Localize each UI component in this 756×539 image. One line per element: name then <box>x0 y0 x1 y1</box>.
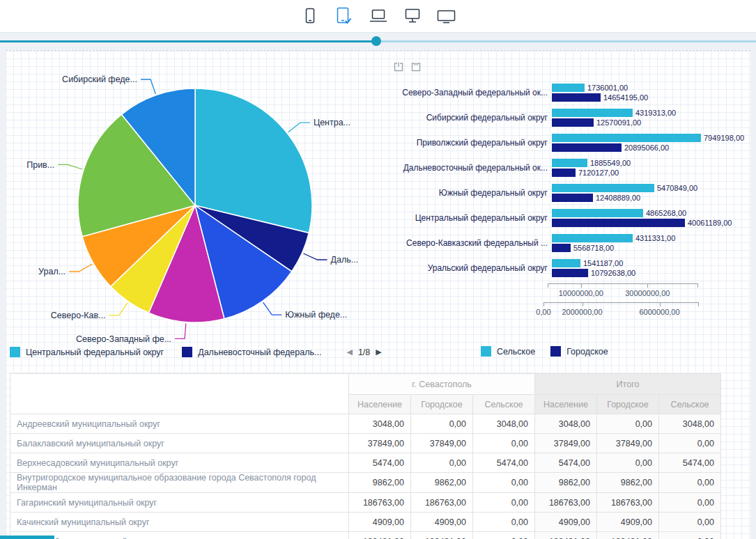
drill-up-icon[interactable] <box>393 62 404 75</box>
bar[interactable] <box>552 109 633 117</box>
table-row-name: Внутригородское муниципальное образовани… <box>10 473 349 493</box>
table-cell: 186763,00 <box>535 493 597 513</box>
bar[interactable] <box>552 134 701 142</box>
bar[interactable] <box>552 234 633 242</box>
table-row[interactable]: Качинский муниципальный округ4909,004909… <box>10 513 721 532</box>
device-width-slider[interactable] <box>0 36 756 47</box>
horizontal-scrollbar[interactable] <box>0 536 54 539</box>
bar[interactable] <box>552 169 576 177</box>
bar-row: Центральный федеральный округ4865268,004… <box>382 205 756 231</box>
bar-value-label: 5568718,00 <box>573 244 614 252</box>
pie-label: Северо-Кав... <box>51 311 106 320</box>
bar-row: Уральский федеральный округ1541187,00107… <box>382 256 756 281</box>
bar[interactable] <box>552 259 580 267</box>
table-row[interactable]: Андреевский муниципальный округ3048,000,… <box>10 414 721 434</box>
legend-item[interactable]: Сельское <box>481 346 535 357</box>
bar[interactable] <box>552 159 587 167</box>
table-cell: 5474,00 <box>535 453 597 473</box>
dashboard-canvas[interactable]: Центра...Даль...Южный феде...Северо-Запа… <box>6 50 750 539</box>
bar-value-label: 12408889,00 <box>596 194 640 202</box>
table-cell: 0,00 <box>659 532 721 539</box>
slider-knob[interactable] <box>371 36 381 46</box>
tv-icon[interactable] <box>434 5 459 27</box>
table-cell: 3048,00 <box>659 414 721 434</box>
table-column-header[interactable]: Население <box>535 395 597 414</box>
table-cell: 5474,00 <box>473 453 535 473</box>
table-column-header[interactable]: Городское <box>597 395 659 414</box>
bar-chart-widget[interactable]: Северо-Западный федеральный ок...1736001… <box>382 62 756 320</box>
table-cell: 0,00 <box>473 434 535 453</box>
desktop-icon[interactable] <box>400 5 425 27</box>
table-row[interactable]: Верхнесадовский муниципальный округ5474,… <box>10 453 721 473</box>
table-cell: 133431,00 <box>535 532 597 539</box>
bar[interactable] <box>552 84 585 92</box>
bar-row: Северо-Кавказский федеральный ...4311331… <box>382 231 756 256</box>
table-column-header[interactable]: Сельское <box>659 395 721 414</box>
pie-label-line <box>175 324 186 339</box>
table-cell: 133431,00 <box>597 532 659 539</box>
bar-value-label: 4311331,00 <box>635 234 675 242</box>
table-cell: 186763,00 <box>411 493 473 513</box>
bar[interactable] <box>552 194 593 202</box>
table-cell: 9862,00 <box>349 473 411 493</box>
bar-category-label: Южный федеральный округ <box>382 188 552 198</box>
table-column-header[interactable]: Сельское <box>473 395 535 414</box>
drill-back-icon[interactable] <box>410 62 422 75</box>
table-cell: 0,00 <box>597 414 659 434</box>
bar-category-label: Сибирский федеральный округ <box>382 113 552 123</box>
urban-x-axis: 10000000,0030000000,00 <box>548 283 697 301</box>
legend-label: Дальневосточный федераль... <box>198 347 321 357</box>
table-cell: 3048,00 <box>535 414 597 434</box>
legend-item[interactable]: Центральный федеральный округ <box>10 347 164 357</box>
pie-label: Прив... <box>26 160 54 170</box>
pie-label: Центра... <box>314 118 350 127</box>
bar-value-label: 1736001,00 <box>587 84 628 92</box>
table-cell: 0,00 <box>411 453 473 473</box>
legend-item[interactable]: Городское <box>550 346 608 357</box>
bar-category-label: Уральский федеральный округ <box>382 263 552 273</box>
pie-chart[interactable]: Центра...Даль...Южный феде...Северо-Запа… <box>6 59 385 343</box>
bar[interactable] <box>552 118 594 127</box>
table-cell: 186763,00 <box>597 493 659 513</box>
bar[interactable] <box>552 143 622 152</box>
table-cell: 9862,00 <box>535 473 597 493</box>
legend-label: Сельское <box>497 347 535 357</box>
table-cell: 37849,00 <box>597 434 659 453</box>
table-row[interactable]: Ленинский муниципальный округ133431,0013… <box>10 532 721 539</box>
bar[interactable] <box>552 244 571 252</box>
bar[interactable] <box>552 269 588 277</box>
legend-item[interactable]: Дальневосточный федераль... <box>182 347 321 357</box>
legend-page-indicator: 1/8 <box>358 347 370 357</box>
bar-value-label: 12570091,00 <box>596 118 641 127</box>
table-row[interactable]: Балаклавский муниципальный округ37849,00… <box>10 434 721 453</box>
table-cell: 4909,00 <box>597 513 659 532</box>
table-cell: 37849,00 <box>411 434 473 453</box>
axis-tick-label: 10000000,00 <box>559 289 603 297</box>
bar[interactable] <box>552 209 643 217</box>
bar-value-label: 20895066,00 <box>624 143 669 152</box>
table-row[interactable]: Внутригородское муниципальное образовани… <box>10 473 721 493</box>
phone-icon[interactable] <box>298 5 323 27</box>
bar[interactable] <box>552 184 654 192</box>
bar-category-label: Центральный федеральный округ <box>382 213 552 223</box>
table-cell: 4909,00 <box>349 513 411 532</box>
rural-x-axis: 0,002000000,006000000,00 <box>543 302 698 320</box>
legend-label: Городское <box>566 347 608 357</box>
laptop-icon[interactable] <box>366 5 391 27</box>
table-column-header[interactable]: Городское <box>411 395 473 414</box>
table-row[interactable]: Гагаринский муниципальный округ186763,00… <box>10 493 721 513</box>
table-row-name: Верхнесадовский муниципальный округ <box>10 453 349 473</box>
table-column-header[interactable]: Население <box>349 395 411 414</box>
bar-row: Северо-Западный федеральный ок...1736001… <box>382 80 756 105</box>
axis-tick-label: 30000000,00 <box>625 289 670 297</box>
table-cell: 9862,00 <box>411 473 473 493</box>
legend-prev-icon[interactable]: ◀ <box>346 347 352 357</box>
table-widget[interactable]: г. СевастопольИтогоНаселениеГородскоеСел… <box>10 373 721 539</box>
bar[interactable] <box>552 219 685 227</box>
pie-label-line <box>109 303 128 315</box>
bar-value-label: 4319313,00 <box>635 109 676 117</box>
bar[interactable] <box>552 93 601 102</box>
legend-next-icon[interactable]: ▶ <box>376 347 381 357</box>
pie-label: Урал... <box>38 267 65 276</box>
tablet-icon[interactable] <box>332 5 357 27</box>
